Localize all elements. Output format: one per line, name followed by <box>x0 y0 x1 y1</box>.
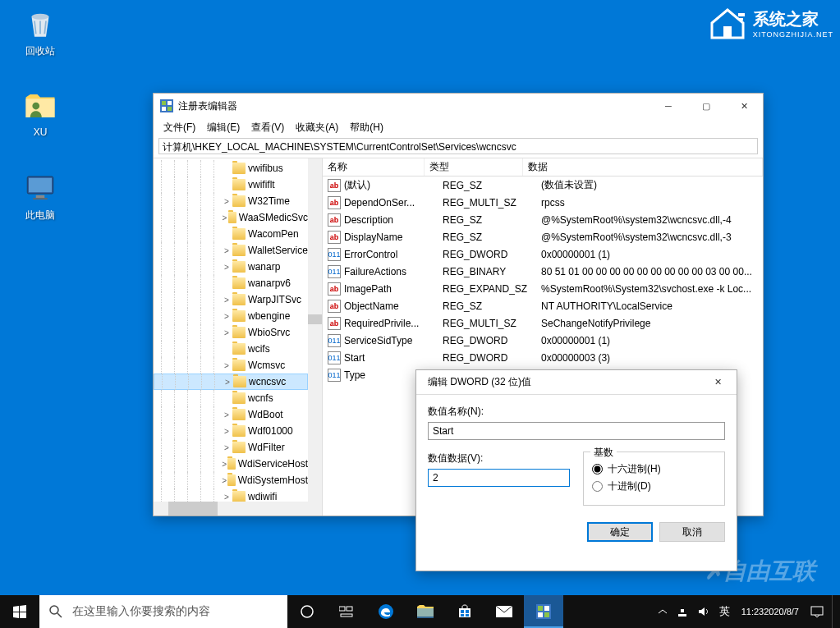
tree-item[interactable]: vwifibus <box>154 160 308 176</box>
tree-item[interactable]: WacomPen <box>154 226 308 242</box>
edge-button[interactable] <box>366 595 406 628</box>
expand-icon[interactable]: > <box>221 197 232 206</box>
tree-item[interactable]: wcifs <box>154 341 308 357</box>
expand-icon[interactable]: > <box>221 296 232 305</box>
tree-item[interactable]: >W32Time <box>154 193 308 209</box>
expand-icon[interactable]: > <box>221 476 227 485</box>
expand-icon[interactable]: > <box>221 312 232 321</box>
cancel-button[interactable]: 取消 <box>659 522 725 542</box>
ok-button[interactable]: 确定 <box>587 522 653 542</box>
tree-item[interactable]: >WdiSystemHost <box>154 472 308 488</box>
name-label: 数值名称(N): <box>428 405 725 419</box>
tree-item[interactable]: >WalletService <box>154 242 308 259</box>
radio-dec[interactable]: 十进制(D) <box>592 479 716 493</box>
tree-item[interactable]: >wdiwifi <box>154 488 308 502</box>
tray-chevron[interactable] <box>654 595 672 628</box>
tree-item[interactable]: >Wcmsvc <box>154 357 308 374</box>
expand-icon[interactable]: > <box>221 410 232 419</box>
menu-edit[interactable]: 编辑(E) <box>202 119 245 136</box>
svg-rect-27 <box>678 614 686 617</box>
cortana-button[interactable] <box>287 595 327 628</box>
tree-item[interactable]: >WdFilter <box>154 439 308 456</box>
maximize-button[interactable]: ▢ <box>687 94 725 118</box>
radio-hex[interactable]: 十六进制(H) <box>592 462 716 476</box>
close-button[interactable]: ✕ <box>725 94 763 118</box>
tree-panel[interactable]: vwifibusvwififlt>W32Time>WaaSMedicSvcWac… <box>154 158 323 516</box>
svg-rect-26 <box>544 612 549 617</box>
tree-item[interactable]: >Wdf01000 <box>154 423 308 439</box>
tree-label: WdBoot <box>248 409 283 420</box>
value-row[interactable]: abObjectNameREG_SZNT AUTHORITY\LocalServ… <box>323 297 763 314</box>
tree-item[interactable]: vwififlt <box>154 176 308 193</box>
minimize-button[interactable]: ─ <box>650 94 687 118</box>
expand-icon[interactable]: > <box>221 213 228 222</box>
tree-item[interactable]: wanarpv6 <box>154 275 308 291</box>
expand-icon[interactable]: > <box>221 361 232 370</box>
value-row[interactable]: abImagePathREG_EXPAND_SZ%SystemRoot%\Sys… <box>323 280 763 297</box>
menu-view[interactable]: 查看(V) <box>246 119 289 136</box>
expand-icon[interactable]: > <box>221 328 232 337</box>
action-center[interactable] <box>806 595 829 628</box>
value-row[interactable]: 011ServiceSidTypeREG_DWORD0x00000001 (1) <box>323 332 763 349</box>
value-row[interactable]: abDescriptionREG_SZ@%SystemRoot%\system3… <box>323 211 763 228</box>
menu-file[interactable]: 文件(F) <box>158 119 200 136</box>
folder-icon <box>232 294 246 305</box>
address-bar[interactable]: 计算机\HKEY_LOCAL_MACHINE\SYSTEM\CurrentCon… <box>158 138 758 154</box>
tray-clock[interactable]: 11:23 2020/8/7 <box>735 595 806 628</box>
task-view-button[interactable] <box>327 595 366 628</box>
value-type: REG_SZ <box>438 180 536 191</box>
show-desktop[interactable] <box>832 595 837 628</box>
recycle-bin-icon[interactable]: 回收站 <box>11 7 69 58</box>
value-data-input[interactable] <box>428 469 570 487</box>
tree-item[interactable]: >wbengine <box>154 308 308 324</box>
svg-line-15 <box>57 613 62 617</box>
value-row[interactable]: ab(默认)REG_SZ(数值未设置) <box>323 176 763 194</box>
tray-network[interactable] <box>672 595 693 628</box>
clock-time: 11:23 <box>741 606 764 617</box>
expand-icon[interactable]: > <box>221 427 232 436</box>
value-row[interactable]: 011StartREG_DWORD0x00000003 (3) <box>323 349 763 366</box>
tree-item[interactable]: >wanarp <box>154 259 308 275</box>
tree-item[interactable]: >WbioSrvc <box>154 324 308 341</box>
regedit-taskbar-button[interactable] <box>524 595 563 628</box>
store-button[interactable] <box>445 595 484 628</box>
value-name: DependOnSer... <box>341 197 438 209</box>
value-row[interactable]: abRequiredPrivile...REG_MULTI_SZSeChange… <box>323 314 763 332</box>
column-data[interactable]: 数据 <box>523 158 763 176</box>
expand-icon[interactable]: > <box>221 263 232 272</box>
this-pc-icon[interactable]: 此电脑 <box>11 171 69 222</box>
svg-rect-28 <box>681 609 684 612</box>
dialog-close-button[interactable]: ✕ <box>699 370 737 394</box>
expand-icon[interactable]: > <box>221 246 232 255</box>
value-row[interactable]: 011ErrorControlREG_DWORD0x00000001 (1) <box>323 245 763 263</box>
tray-volume[interactable] <box>693 595 714 628</box>
value-name-input[interactable] <box>428 422 725 440</box>
regedit-titlebar[interactable]: 注册表编辑器 ─ ▢ ✕ <box>154 94 763 118</box>
tree-item[interactable]: >WaaSMedicSvc <box>154 209 308 226</box>
tree-item[interactable]: >WdiServiceHost <box>154 456 308 472</box>
folder-icon <box>232 261 246 273</box>
tree-item[interactable]: >WarpJITSvc <box>154 291 308 308</box>
value-row[interactable]: abDisplayNameREG_SZ@%SystemRoot%\system3… <box>323 228 763 245</box>
tree-horizontal-scrollbar[interactable] <box>154 502 322 516</box>
expand-icon[interactable]: > <box>221 460 227 469</box>
start-button[interactable] <box>0 595 39 628</box>
tray-ime[interactable]: 英 <box>714 595 735 628</box>
tree-item[interactable]: wcnfs <box>154 390 308 406</box>
search-box[interactable]: 在这里输入你要搜索的内容 <box>39 595 287 628</box>
expand-icon[interactable]: > <box>222 378 233 387</box>
expand-icon[interactable]: > <box>221 493 232 502</box>
tree-vertical-scrollbar[interactable] <box>308 158 322 502</box>
column-type[interactable]: 类型 <box>425 158 523 176</box>
tree-item[interactable]: >WdBoot <box>154 406 308 423</box>
menu-help[interactable]: 帮助(H) <box>345 119 388 136</box>
value-row[interactable]: 011FailureActionsREG_BINARY80 51 01 00 0… <box>323 263 763 280</box>
expand-icon[interactable]: > <box>221 443 232 452</box>
tree-item[interactable]: >wcncsvc <box>154 374 308 390</box>
folder-xu-icon[interactable]: XU <box>11 89 69 138</box>
mail-button[interactable] <box>484 595 524 628</box>
menu-favorites[interactable]: 收藏夹(A) <box>291 119 343 136</box>
value-row[interactable]: abDependOnSer...REG_MULTI_SZrpcss <box>323 194 763 211</box>
column-name[interactable]: 名称 <box>323 158 425 176</box>
explorer-button[interactable] <box>406 595 445 628</box>
